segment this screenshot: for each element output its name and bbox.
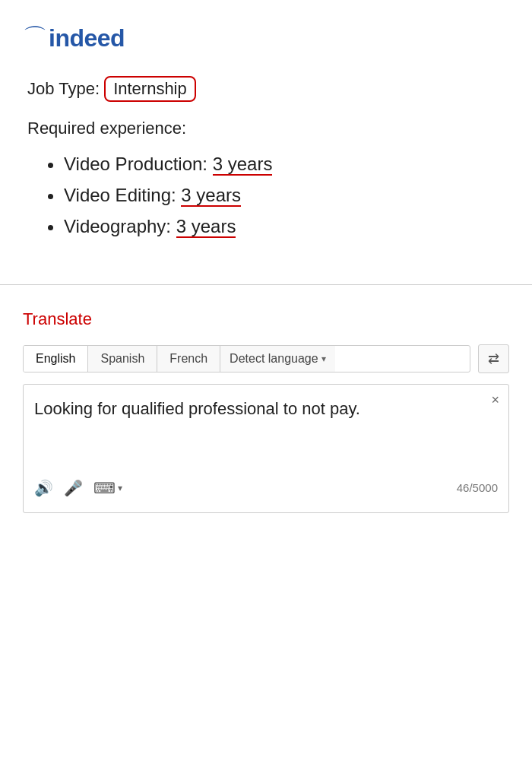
translate-input-area[interactable]: Looking for qualified professional to no… xyxy=(23,384,509,513)
detect-language-label: Detect language xyxy=(230,352,318,366)
duration-value: 3 years xyxy=(213,154,273,176)
internship-badge: Internship xyxy=(104,76,196,102)
language-bar: English Spanish French Detect language ▾… xyxy=(23,344,509,373)
tab-spanish[interactable]: Spanish xyxy=(88,346,157,372)
list-item: Video Editing: 3 years xyxy=(64,183,505,207)
char-count: 46/5000 xyxy=(457,481,498,494)
language-tabs: English Spanish French Detect language ▾ xyxy=(23,345,470,372)
skill-label: Video Editing: xyxy=(64,185,181,205)
indeed-logo: ⌒ indeed xyxy=(0,0,532,68)
logo-text[interactable]: indeed xyxy=(49,24,125,52)
duration-value: 3 years xyxy=(176,216,236,238)
speaker-icon[interactable]: 🔊 xyxy=(34,479,53,497)
list-item: Video Production: 3 years xyxy=(64,152,505,176)
keyboard-chevron-icon: ▾ xyxy=(118,483,122,493)
job-type-label: Job Type: xyxy=(27,79,100,98)
experience-list: Video Production: 3 years Video Editing:… xyxy=(27,152,505,239)
microphone-icon[interactable]: 🎤 xyxy=(64,479,83,497)
close-icon[interactable]: × xyxy=(491,392,499,408)
tab-french[interactable]: French xyxy=(157,346,220,372)
translate-icons: 🔊 🎤 ⌨ ▾ xyxy=(34,479,122,497)
job-type-line: Job Type: Internship xyxy=(27,76,505,102)
chevron-down-icon: ▾ xyxy=(321,353,326,364)
tab-detect-language[interactable]: Detect language ▾ xyxy=(220,346,335,372)
logo-icon: ⌒ xyxy=(23,21,47,55)
skill-label: Videography: xyxy=(64,216,176,236)
section-divider xyxy=(0,284,532,285)
skill-label: Video Production: xyxy=(64,154,213,174)
keyboard-icon: ⌨ xyxy=(93,479,116,497)
translate-bottom-bar: 🔊 🎤 ⌨ ▾ 46/5000 xyxy=(24,479,508,505)
translate-title: Translate xyxy=(23,309,509,329)
duration-value: 3 years xyxy=(181,185,241,207)
translate-section: Translate English Spanish French Detect … xyxy=(0,293,532,528)
swap-language-button[interactable]: ⇄ xyxy=(478,344,509,373)
required-experience-label: Required experience: xyxy=(27,119,505,138)
swap-icon: ⇄ xyxy=(488,350,499,367)
tab-english[interactable]: English xyxy=(24,346,88,372)
job-info-section: Job Type: Internship Required experience… xyxy=(0,68,532,277)
keyboard-wrap[interactable]: ⌨ ▾ xyxy=(93,479,122,497)
translate-input-text[interactable]: Looking for qualified professional to no… xyxy=(34,397,498,421)
list-item: Videography: 3 years xyxy=(64,214,505,238)
